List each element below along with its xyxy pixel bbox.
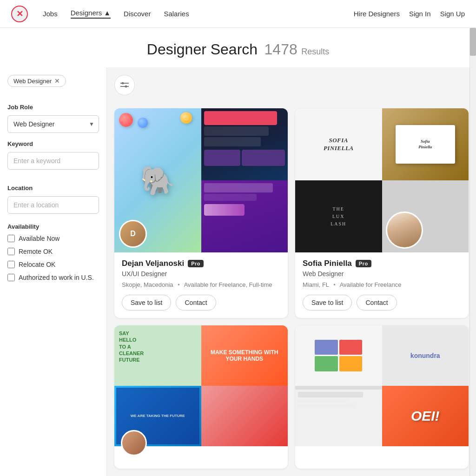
nav-designers[interactable]: Designers ▲ bbox=[71, 9, 111, 19]
main-nav: Jobs Designers ▲ Discover Salaries bbox=[43, 9, 354, 19]
sofia-role: Web Designer bbox=[303, 270, 461, 278]
sofia-portfolio: SOFIAPINIELLA SofiaPiniella bbox=[295, 108, 469, 252]
availability-label: Availability bbox=[7, 223, 99, 230]
sofia-meta: Miami, FL • Available for Freelance bbox=[303, 281, 461, 288]
authorized-checkbox[interactable] bbox=[7, 274, 15, 281]
sofia-save-button[interactable]: Save to list bbox=[303, 295, 352, 311]
outer-scrollbar[interactable] bbox=[469, 28, 476, 476]
filter-icon bbox=[120, 80, 129, 90]
active-filter-tag[interactable]: Web Designer ✕ bbox=[7, 75, 66, 87]
dejan-portfolio-bottom-right bbox=[201, 180, 288, 252]
available-now-label: Available Now bbox=[19, 235, 60, 242]
dejan-pro-badge: Pro bbox=[188, 260, 204, 267]
designer-card-sofia: SOFIAPINIELLA SofiaPiniella bbox=[295, 108, 469, 318]
filter-tag-label: Web Designer bbox=[13, 78, 52, 85]
main-layout: Web Designer ✕ Job Role Web Designer ▼ K… bbox=[0, 67, 476, 476]
job-role-select-wrapper: Web Designer ▼ bbox=[7, 115, 99, 133]
header-right: Hire Designers Sign In Sign Up bbox=[354, 10, 465, 18]
results-count: 1478 bbox=[264, 41, 298, 58]
port3-a: SAYHELLOTO ACLEANERFUTURE bbox=[114, 325, 201, 386]
dejan-location: Skopje, Macedonia bbox=[122, 281, 173, 288]
dejan-portfolio-main: 🐘 D bbox=[114, 108, 201, 252]
port3-b: MAKE SOMETHING WITH YOUR HANDS bbox=[201, 325, 288, 386]
authorized-label: Authorized to work in U.S. bbox=[19, 274, 94, 281]
checkbox-relocate-ok[interactable]: Relocate OK bbox=[7, 261, 99, 268]
dejan-contact-button[interactable]: Contact bbox=[176, 295, 216, 311]
keyword-label: Keyword bbox=[7, 140, 99, 147]
dejan-card-info: Dejan Veljanoski Pro UX/UI Designer Skop… bbox=[114, 252, 288, 318]
content-area: 🐘 D bbox=[107, 67, 476, 476]
page-title: Designer Search bbox=[147, 41, 258, 58]
sofia-portfolio-br bbox=[382, 180, 469, 252]
nav-discover[interactable]: Discover bbox=[124, 10, 151, 18]
relocate-ok-label: Relocate OK bbox=[19, 261, 55, 268]
dejan-portfolio: 🐘 D bbox=[114, 108, 288, 252]
sofia-portfolio-tr: SofiaPiniella bbox=[382, 108, 469, 180]
checkbox-authorized[interactable]: Authorized to work in U.S. bbox=[7, 274, 99, 281]
port4-b: konundra bbox=[382, 325, 469, 386]
available-now-checkbox[interactable] bbox=[7, 235, 15, 242]
dejan-name-row: Dejan Veljanoski Pro bbox=[122, 259, 280, 268]
logo-icon: ✕ bbox=[11, 6, 28, 22]
remote-ok-checkbox[interactable] bbox=[7, 248, 15, 255]
dejan-actions: Save to list Contact bbox=[122, 295, 280, 311]
sofia-pro-badge: Pro bbox=[356, 260, 371, 267]
dejan-availability: Available for Freelance, Full-time bbox=[184, 281, 272, 288]
sofia-name: Sofia Piniella bbox=[303, 259, 352, 268]
sofia-availability: Available for Freelance bbox=[340, 281, 402, 288]
sofia-portfolio-bl: THELUXLASH bbox=[295, 180, 382, 252]
location-label: Location bbox=[7, 185, 99, 192]
job-role-select[interactable]: Web Designer bbox=[7, 115, 99, 133]
svg-point-0 bbox=[122, 83, 124, 84]
card4-info bbox=[295, 446, 469, 460]
filter-toggle-button[interactable] bbox=[114, 75, 135, 95]
nav-hire-designers[interactable]: Hire Designers bbox=[354, 10, 400, 18]
sofia-name-row: Sofia Piniella Pro bbox=[303, 259, 461, 268]
designer-grid: 🐘 D bbox=[114, 108, 469, 469]
dejan-avatar: D bbox=[119, 220, 147, 248]
results-label: Results bbox=[301, 47, 329, 56]
meta-dot-1: • bbox=[178, 281, 180, 288]
remote-ok-label: Remote OK bbox=[19, 248, 53, 255]
job-role-label: Job Role bbox=[7, 104, 99, 111]
sofia-card-info: Sofia Piniella Pro Web Designer Miami, F… bbox=[295, 252, 469, 318]
card4-portfolio: konundra bbox=[295, 325, 469, 446]
filter-tag-close-icon[interactable]: ✕ bbox=[54, 77, 60, 85]
port4-a bbox=[295, 325, 382, 386]
meta-dot-2: • bbox=[333, 281, 336, 288]
nav-salaries[interactable]: Salaries bbox=[164, 10, 189, 18]
dejan-role: UX/UI Designer bbox=[122, 270, 280, 278]
sofia-contact-button[interactable]: Contact bbox=[357, 295, 397, 311]
card3-portfolio: SAYHELLOTO ACLEANERFUTURE MAKE SOMETHING… bbox=[114, 325, 288, 446]
svg-point-3 bbox=[126, 86, 127, 87]
dejan-save-button[interactable]: Save to list bbox=[122, 295, 171, 311]
checkbox-remote-ok[interactable]: Remote OK bbox=[7, 248, 99, 255]
port3-d bbox=[201, 386, 288, 446]
designer-card-4: konundra bbox=[295, 325, 469, 469]
relocate-ok-checkbox[interactable] bbox=[7, 261, 15, 268]
keyword-input[interactable] bbox=[7, 152, 99, 170]
designer-card-dejan: 🐘 D bbox=[114, 108, 288, 318]
dejan-name: Dejan Veljanoski bbox=[122, 259, 184, 268]
port4-c bbox=[295, 386, 382, 446]
nav-jobs[interactable]: Jobs bbox=[43, 10, 58, 18]
location-input[interactable] bbox=[7, 196, 99, 214]
sidebar: Web Designer ✕ Job Role Web Designer ▼ K… bbox=[0, 67, 107, 476]
sofia-portfolio-tl: SOFIAPINIELLA bbox=[295, 108, 382, 180]
port4-d: OEI! bbox=[382, 386, 469, 446]
scrollbar-thumb[interactable] bbox=[470, 28, 476, 56]
header: ✕ Jobs Designers ▲ Discover Salaries Hir… bbox=[0, 0, 476, 28]
designer-card-3: SAYHELLOTO ACLEANERFUTURE MAKE SOMETHING… bbox=[114, 325, 288, 469]
dejan-portfolio-top-right bbox=[201, 108, 288, 180]
nav-designers-arrow: ▲ bbox=[104, 9, 111, 17]
nav-sign-up[interactable]: Sign Up bbox=[440, 10, 465, 18]
checkbox-available-now[interactable]: Available Now bbox=[7, 235, 99, 242]
logo[interactable]: ✕ bbox=[11, 6, 28, 22]
nav-sign-in[interactable]: Sign In bbox=[409, 10, 431, 18]
dejan-meta: Skopje, Macedonia • Available for Freela… bbox=[122, 281, 280, 288]
page-title-bar: Designer Search 1478 Results bbox=[0, 28, 476, 67]
sofia-actions: Save to list Contact bbox=[303, 295, 461, 311]
sofia-location: Miami, FL bbox=[303, 281, 329, 288]
